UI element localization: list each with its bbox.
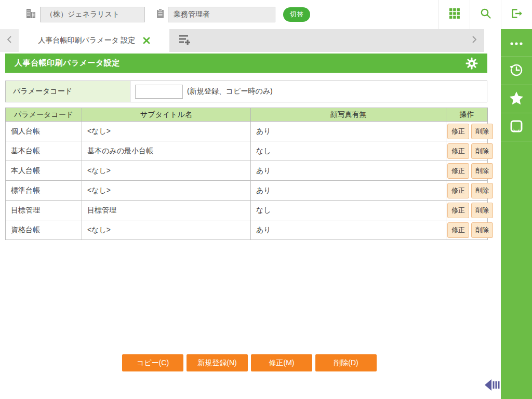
table-header-row: パラメータコード サブタイトル名 顔写真有無 操作 (6, 108, 488, 122)
tab-label: 人事台帳印刷パラメータ 設定 (38, 36, 135, 45)
sidebar-more-button[interactable] (501, 29, 532, 57)
collapse-arrow-icon[interactable] (485, 379, 500, 393)
gear-icon (465, 57, 478, 70)
cell-code: 基本台帳 (6, 141, 82, 161)
col-header-photo: 顔写真有無 (251, 108, 446, 122)
add-tab-icon (179, 34, 191, 47)
cell-subtitle: 基本のみの最小台帳 (82, 141, 251, 161)
row-delete-button[interactable]: 削除 (471, 203, 493, 218)
footer-button-bar: コピー(C) 新規登録(N) 修正(M) 削除(D) (122, 354, 380, 371)
param-form: パラメータコード (新規登録、コピー時のみ) (5, 81, 487, 102)
cell-subtitle: 目標管理 (82, 201, 251, 220)
delete-button[interactable]: 削除(D) (315, 354, 377, 371)
top-bar: 切替 (0, 0, 532, 29)
edit-button[interactable]: 修正(M) (251, 354, 312, 371)
more-dots-icon (510, 38, 523, 48)
cell-photo: あり (251, 122, 446, 141)
search-icon (480, 7, 492, 22)
cell-code: 本人台帳 (6, 161, 82, 181)
table-row: 本人台帳 <なし> あり 修正削除 (6, 161, 488, 181)
tab-bar: 人事台帳印刷パラメータ 設定 (0, 29, 484, 52)
param-code-note: (新規登録、コピー時のみ) (187, 87, 273, 96)
cell-photo: なし (251, 141, 446, 161)
params-table: パラメータコード サブタイトル名 顔写真有無 操作 個人台帳 <なし> あり 修… (5, 108, 488, 240)
cell-photo: あり (251, 220, 446, 240)
page-title: 人事台帳印刷パラメータ設定 (15, 58, 120, 68)
row-delete-button[interactable]: 削除 (471, 222, 493, 238)
table-row: 目標管理 目標管理 なし 修正削除 (6, 201, 488, 220)
sidebar-panel-button[interactable] (501, 113, 532, 141)
sidebar-history-button[interactable] (501, 57, 532, 85)
cell-subtitle: <なし> (82, 181, 251, 201)
tab-active[interactable]: 人事台帳印刷パラメータ 設定 (19, 29, 169, 52)
cell-photo: あり (251, 161, 446, 181)
cell-photo: あり (251, 181, 446, 201)
sidebar-favorites-button[interactable] (501, 85, 532, 113)
search-button[interactable] (470, 0, 501, 29)
switch-button[interactable]: 切替 (283, 7, 310, 22)
tab-prev-button[interactable] (0, 29, 19, 52)
settings-gear-button[interactable] (464, 56, 479, 71)
row-delete-button[interactable]: 削除 (471, 183, 493, 198)
chevron-right-icon (472, 35, 477, 46)
app-grid-icon (448, 7, 461, 22)
tab-next-button[interactable] (468, 29, 481, 52)
param-code-label: パラメータコード (6, 81, 130, 102)
top-icon-group (438, 0, 532, 29)
table-row: 基本台帳 基本のみの最小台帳 なし 修正削除 (6, 141, 488, 161)
row-delete-button[interactable]: 削除 (471, 143, 493, 159)
star-icon (509, 90, 524, 108)
cell-code: 個人台帳 (6, 122, 82, 141)
table-row: 標準台帳 <なし> あり 修正削除 (6, 181, 488, 201)
new-button[interactable]: 新規登録(N) (187, 354, 248, 371)
col-header-subtitle: サブタイトル名 (82, 108, 251, 122)
table-row: 個人台帳 <なし> あり 修正削除 (6, 122, 488, 141)
cell-code: 資格台帳 (6, 220, 82, 240)
table-row: 資格台帳 <なし> あり 修正削除 (6, 220, 488, 240)
row-edit-button[interactable]: 修正 (447, 124, 469, 139)
row-edit-button[interactable]: 修正 (447, 163, 469, 179)
add-tab-button[interactable] (171, 29, 198, 52)
logout-icon (510, 7, 524, 22)
page-title-bar: 人事台帳印刷パラメータ設定 (5, 54, 487, 73)
history-icon (509, 62, 524, 80)
role-input[interactable] (168, 7, 275, 22)
chevron-left-icon (7, 35, 12, 46)
param-code-input[interactable] (135, 85, 183, 99)
tab-close-icon[interactable] (143, 37, 150, 44)
app-grid-button[interactable] (438, 0, 470, 29)
clipboard-icon (155, 7, 165, 22)
row-edit-button[interactable]: 修正 (447, 143, 469, 159)
copy-button[interactable]: コピー(C) (122, 354, 183, 371)
cell-subtitle: <なし> (82, 161, 251, 181)
cell-code: 目標管理 (6, 201, 82, 220)
logout-button[interactable] (501, 0, 532, 29)
row-delete-button[interactable]: 削除 (471, 163, 493, 179)
cell-subtitle: <なし> (82, 122, 251, 141)
row-edit-button[interactable]: 修正 (447, 183, 469, 198)
col-header-code: パラメータコード (6, 108, 82, 122)
row-delete-button[interactable]: 削除 (471, 124, 493, 139)
company-input[interactable] (40, 7, 145, 22)
cell-code: 標準台帳 (6, 181, 82, 201)
row-edit-button[interactable]: 修正 (447, 222, 469, 238)
sidebar (501, 29, 532, 399)
row-edit-button[interactable]: 修正 (447, 203, 469, 218)
col-header-ops: 操作 (446, 108, 488, 122)
panel-icon (509, 119, 524, 136)
cell-subtitle: <なし> (82, 220, 251, 240)
cell-photo: なし (251, 201, 446, 220)
building-icon (25, 7, 36, 22)
